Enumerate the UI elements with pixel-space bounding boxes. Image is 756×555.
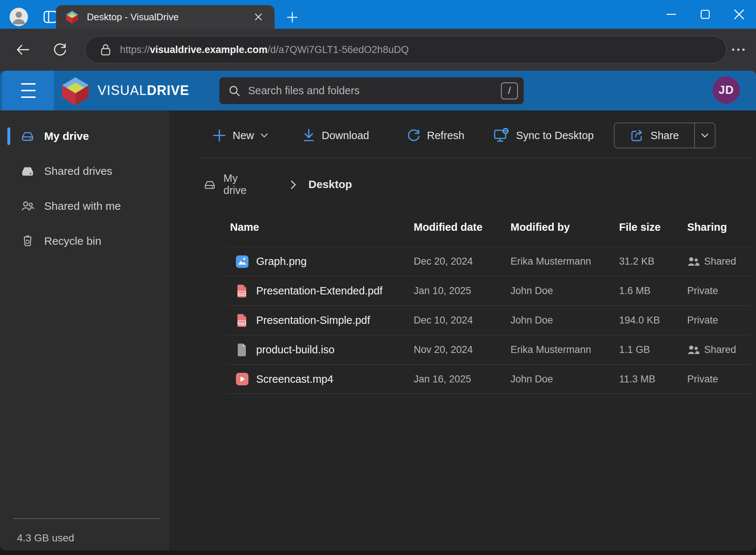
modified-by-cell: Erika Mustermann (511, 344, 619, 356)
sync-desktop-icon (493, 127, 510, 144)
window-bottom-edge (0, 551, 756, 555)
tab-title: Desktop - VisualDrive (87, 11, 250, 23)
column-header-file-size[interactable]: File size (619, 221, 687, 233)
column-header-modified-date[interactable]: Modified date (414, 221, 511, 233)
url-text: https://visualdrive.example.com/d/a7QWi7… (120, 44, 409, 56)
browser-tab[interactable]: Desktop - VisualDrive (56, 5, 275, 29)
file-size-cell: 31.2 KB (619, 256, 687, 267)
breadcrumb-my-drive[interactable]: My drive (223, 172, 247, 197)
sidebar-item-label: My drive (44, 130, 89, 142)
column-header-modified-by[interactable]: Modified by (511, 221, 619, 233)
browser-menu-icon[interactable] (727, 42, 749, 57)
shared-people-icon (687, 344, 700, 356)
tab-favicon-icon (66, 10, 79, 24)
browser-profile-button[interactable] (10, 8, 28, 26)
table-row[interactable]: Screencast.mp4 Jan 16, 2025 John Doe 11.… (226, 364, 752, 394)
column-header-sharing[interactable]: Sharing (687, 221, 752, 233)
brand: VISUALDRIVE (61, 71, 189, 110)
svg-text:PDF: PDF (239, 321, 245, 325)
active-indicator (7, 232, 10, 250)
url-scheme: https:// (120, 44, 150, 55)
url-bar[interactable]: https://visualdrive.example.com/d/a7QWi7… (85, 36, 727, 63)
pdf-file-icon: PDF (235, 313, 250, 328)
window-minimize-icon[interactable] (654, 0, 688, 29)
file-size-cell: 1.6 MB (619, 285, 687, 297)
vertical-tabs-icon[interactable] (43, 10, 58, 24)
column-header-name[interactable]: Name (226, 221, 414, 233)
download-button-label: Download (322, 130, 369, 142)
modified-date-cell: Nov 20, 2024 (414, 344, 511, 356)
modified-date-cell: Dec 20, 2024 (414, 256, 511, 267)
file-name[interactable]: Screencast.mp4 (256, 373, 333, 385)
chevron-right-icon (290, 180, 297, 190)
file-size-cell: 11.3 MB (619, 374, 687, 385)
file-name[interactable]: product-build.iso (256, 344, 335, 356)
back-icon[interactable] (10, 29, 36, 71)
drive-icon (204, 178, 216, 191)
share-menu-button[interactable] (694, 123, 715, 148)
name-cell: product-build.iso (226, 343, 414, 357)
active-indicator (7, 127, 10, 145)
name-cell: Graph.png (226, 254, 414, 269)
table-row[interactable]: PDF Presentation-Extended.pdf Jan 10, 20… (226, 276, 752, 305)
sync-to-desktop-label: Sync to Desktop (516, 130, 594, 142)
sharing-status: Private (687, 374, 718, 385)
toolbar: New Download (169, 121, 756, 149)
window-maximize-icon[interactable] (688, 0, 722, 29)
lock-icon (100, 43, 111, 56)
sidebar-divider (13, 518, 160, 519)
sharing-cell: Shared (687, 256, 752, 267)
new-tab-icon[interactable] (284, 9, 301, 26)
file-name[interactable]: Presentation-Extended.pdf (256, 285, 382, 297)
app-zone: VISUALDRIVE / JD (0, 71, 756, 555)
active-indicator (7, 162, 10, 180)
tab-close-icon[interactable] (250, 9, 266, 25)
sidebar-item-label: Shared drives (44, 165, 112, 177)
sidebar-item-shared-drives[interactable]: Shared drives (0, 160, 169, 182)
svg-text:PDF: PDF (239, 292, 245, 295)
sharing-status: Shared (704, 344, 736, 356)
reload-icon[interactable] (47, 29, 73, 71)
window-close-icon[interactable] (722, 0, 756, 29)
file-name[interactable]: Graph.png (256, 255, 307, 268)
modified-by-cell: John Doe (511, 285, 619, 297)
visualdrive-logo-icon (61, 76, 90, 105)
app-header: VISUALDRIVE / JD (0, 71, 756, 110)
browser-tab-strip: Desktop - VisualDrive (0, 0, 756, 29)
modified-by-cell: John Doe (511, 374, 619, 385)
table-row[interactable]: PDF Presentation-Simple.pdf Dec 10, 2024… (226, 305, 752, 335)
window-controls (654, 0, 756, 29)
search-shortcut-hint: / (501, 82, 518, 99)
plus-icon (212, 128, 227, 143)
shared-people-icon (687, 256, 700, 267)
sidebar-item-my-drive[interactable]: My drive (0, 125, 169, 147)
content: New Download (169, 110, 756, 551)
refresh-icon (406, 128, 421, 143)
sync-to-desktop-button[interactable]: Sync to Desktop (493, 121, 594, 149)
name-cell: PDF Presentation-Extended.pdf (226, 284, 414, 298)
hamburger-menu-icon[interactable] (2, 71, 54, 110)
modified-date-cell: Jan 10, 2025 (414, 285, 511, 297)
table-row[interactable]: product-build.iso Nov 20, 2024 Erika Mus… (226, 335, 752, 364)
refresh-button[interactable]: Refresh (406, 121, 464, 149)
table-body: Graph.png Dec 20, 2024 Erika Mustermann … (226, 247, 752, 394)
sharing-cell: Private (687, 315, 752, 326)
sidebar-item-recycle-bin[interactable]: Recycle bin (0, 230, 169, 252)
toolbar-divider (198, 158, 752, 158)
download-icon (302, 128, 316, 143)
search-input[interactable] (248, 85, 501, 97)
table-header: Name Modified date Modified by File size… (226, 215, 752, 239)
download-button[interactable]: Download (302, 121, 369, 149)
modified-date-cell: Jan 16, 2025 (414, 374, 511, 385)
name-cell: PDF Presentation-Simple.pdf (226, 313, 414, 328)
screen: { "browser": { "tab_title": "Desktop - V… (0, 0, 756, 555)
profile-avatar-icon (10, 8, 28, 26)
file-name[interactable]: Presentation-Simple.pdf (256, 314, 370, 326)
new-button[interactable]: New (212, 121, 269, 149)
share-button[interactable]: Share (615, 123, 694, 148)
sidebar-item-shared-with-me[interactable]: Shared with me (0, 195, 169, 217)
table-row[interactable]: Graph.png Dec 20, 2024 Erika Mustermann … (226, 247, 752, 276)
browser-address-bar: https://visualdrive.example.com/d/a7QWi7… (0, 29, 756, 71)
pdf-file-icon: PDF (235, 284, 250, 298)
user-avatar[interactable]: JD (713, 77, 740, 104)
